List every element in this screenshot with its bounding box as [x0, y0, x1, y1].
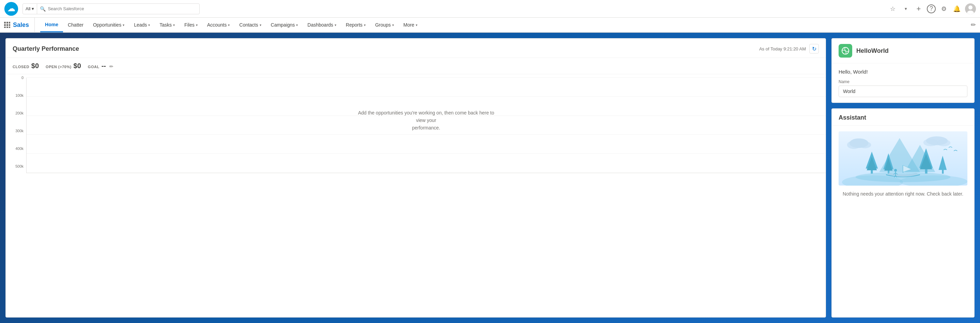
salesforce-logo[interactable]: ☁	[4, 2, 18, 16]
search-input-wrap: 🔍	[37, 6, 199, 11]
search-input[interactable]	[48, 6, 197, 11]
assistant-message: Nothing needs your attention right now. …	[843, 191, 963, 197]
y-axis: 500k 400k 300k 200k 100k 0	[6, 74, 26, 170]
app-launcher-icon[interactable]	[4, 22, 10, 28]
favorites-icon[interactable]: ☆	[888, 4, 897, 14]
nav-campaigns-chevron: ▾	[296, 23, 298, 27]
hello-world-icon	[838, 44, 852, 57]
as-of-text: As of Today 9:21:20 AM	[759, 46, 806, 51]
goal-stat: GOAL -- ✏	[88, 62, 113, 70]
scope-label: All	[25, 6, 30, 11]
nav-reports-chevron: ▾	[364, 23, 366, 27]
chart-message-line2: performance.	[412, 126, 440, 131]
nav-item-home[interactable]: Home	[40, 18, 63, 32]
assistant-header: Assistant	[832, 109, 974, 126]
nav-more-label: More	[403, 22, 414, 28]
panel-header-right: As of Today 9:21:20 AM ↻	[759, 44, 819, 54]
y-label-500k: 500k	[7, 164, 24, 168]
add-icon[interactable]: +	[914, 4, 923, 14]
svg-point-21	[937, 139, 950, 146]
right-panel: HelloWorld Hello, World! Name Assistant	[831, 38, 975, 318]
closed-label: CLOSED	[13, 65, 29, 69]
chart-message-line1: Add the opportunities you're working on,…	[358, 110, 495, 123]
chart-empty-message: Add the opportunities you're working on,…	[358, 109, 495, 132]
hello-world-title: HelloWorld	[856, 47, 889, 54]
nav-item-leads[interactable]: Leads ▾	[129, 18, 155, 32]
grid-line-2	[27, 134, 826, 135]
closed-stat: CLOSED $0	[13, 62, 39, 70]
svg-point-38	[894, 169, 897, 172]
settings-icon[interactable]: ⚙	[939, 4, 949, 14]
user-avatar[interactable]	[965, 3, 976, 14]
svg-point-3	[969, 5, 972, 10]
nav-edit-icon[interactable]: ✏	[971, 21, 976, 29]
nav-item-contacts[interactable]: Contacts ▾	[234, 18, 266, 32]
svg-rect-5	[4, 22, 6, 24]
favorites-dropdown-icon[interactable]: ▾	[901, 4, 910, 14]
assistant-card: Assistant	[831, 108, 975, 318]
grid-line-1	[27, 153, 826, 154]
open-label: OPEN (>70%)	[46, 65, 72, 69]
nav-contacts-label: Contacts	[239, 22, 258, 28]
nav-accounts-label: Accounts	[207, 22, 227, 28]
main-content: Quarterly Performance As of Today 9:21:2…	[0, 33, 980, 323]
y-label-300k: 300k	[7, 129, 24, 133]
nav-item-reports[interactable]: Reports ▾	[341, 18, 371, 32]
search-icon: 🔍	[40, 6, 46, 11]
assistant-illustration	[838, 131, 967, 186]
svg-point-18	[859, 142, 871, 148]
nav-campaigns-label: Campaigns	[271, 22, 295, 28]
nav-files-chevron: ▾	[196, 23, 197, 27]
nav-item-more[interactable]: More ▾	[399, 18, 422, 32]
nav-item-chatter[interactable]: Chatter	[63, 18, 88, 32]
nav-contacts-chevron: ▾	[260, 23, 261, 27]
nav-item-accounts[interactable]: Accounts ▾	[202, 18, 235, 32]
stats-row: CLOSED $0 OPEN (>70%) $0 GOAL -- ✏	[6, 58, 826, 74]
nav-bar: Sales Home Chatter Opportunities ▾ Leads…	[0, 18, 980, 33]
search-scope-selector[interactable]: All ▾	[23, 4, 37, 14]
svg-rect-10	[9, 24, 10, 26]
svg-rect-6	[6, 22, 8, 24]
nav-reports-label: Reports	[346, 22, 363, 28]
y-label-200k: 200k	[7, 111, 24, 115]
goal-label: GOAL	[88, 65, 100, 69]
hello-world-card: HelloWorld Hello, World! Name	[831, 38, 975, 103]
name-field-label: Name	[838, 80, 967, 84]
search-area: All ▾ 🔍	[22, 3, 200, 14]
goal-value: --	[102, 62, 106, 70]
nav-item-campaigns[interactable]: Campaigns ▾	[266, 18, 303, 32]
name-field-input[interactable]	[838, 86, 967, 97]
svg-rect-11	[4, 27, 6, 28]
help-icon[interactable]: ?	[927, 5, 936, 13]
nav-item-opportunities[interactable]: Opportunities ▾	[88, 18, 129, 32]
y-label-100k: 100k	[7, 93, 24, 97]
nav-files-label: Files	[185, 22, 194, 28]
open-stat: OPEN (>70%) $0	[46, 62, 81, 70]
svg-rect-13	[9, 27, 10, 28]
notifications-icon[interactable]: 🔔	[952, 4, 962, 14]
hello-world-body: Hello, World! Name	[832, 64, 974, 103]
goal-edit-icon[interactable]: ✏	[110, 64, 113, 69]
grid-line-5	[27, 77, 826, 78]
nav-accounts-chevron: ▾	[228, 23, 230, 27]
nav-home-label: Home	[45, 22, 58, 27]
nav-item-groups[interactable]: Groups ▾	[371, 18, 399, 32]
nav-opportunities-chevron: ▾	[123, 23, 124, 27]
y-label-400k: 400k	[7, 146, 24, 151]
nav-item-files[interactable]: Files ▾	[180, 18, 202, 32]
top-bar-right: ☆ ▾ + ? ⚙ 🔔	[888, 3, 976, 14]
chart-grid: Add the opportunities you're working on,…	[26, 78, 826, 173]
svg-rect-8	[4, 24, 6, 26]
nav-chatter-label: Chatter	[68, 22, 83, 28]
refresh-button[interactable]: ↻	[809, 44, 819, 54]
nav-item-tasks[interactable]: Tasks ▾	[155, 18, 180, 32]
top-bar: ☁ All ▾ 🔍 ☆ ▾ + ? ⚙ 🔔	[0, 0, 980, 18]
nav-item-dashboards[interactable]: Dashboards ▾	[302, 18, 341, 32]
nav-leads-chevron: ▾	[148, 23, 150, 27]
nav-groups-label: Groups	[375, 22, 391, 28]
svg-rect-12	[6, 27, 8, 28]
svg-point-20	[923, 138, 939, 146]
nav-more-chevron: ▾	[416, 23, 417, 27]
nav-dashboards-label: Dashboards	[307, 22, 333, 28]
svg-point-17	[847, 141, 861, 149]
